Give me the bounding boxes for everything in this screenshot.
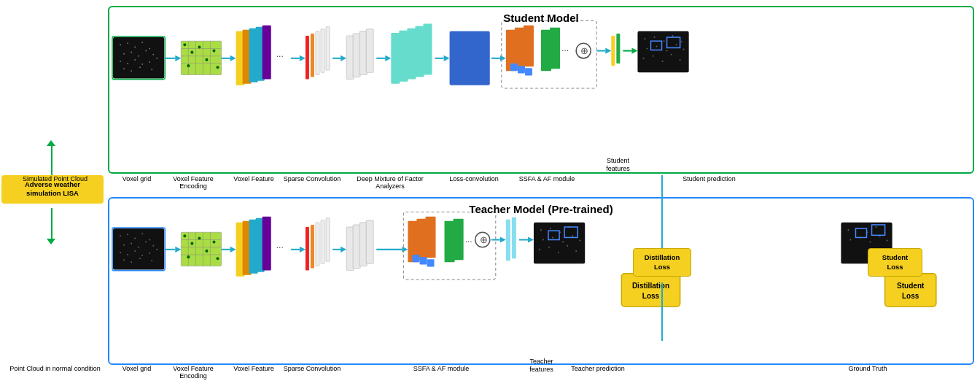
svg-point-196	[572, 235, 573, 236]
svg-point-1	[127, 42, 128, 44]
ssfa-af-s-label: SSFA & AF module	[510, 175, 583, 182]
svg-rect-48	[306, 36, 309, 80]
svg-point-90	[644, 38, 645, 39]
svg-marker-60	[385, 55, 391, 61]
svg-point-98	[676, 44, 677, 45]
svg-point-201	[567, 245, 568, 247]
svg-point-10	[120, 61, 121, 62]
arrow-to-teacher-head	[47, 239, 55, 244]
svg-text:...: ...	[276, 49, 284, 59]
svg-marker-182	[500, 236, 506, 242]
svg-point-202	[575, 250, 577, 252]
svg-text:Loss: Loss	[902, 292, 919, 300]
sparse-conv-s-label: Sparse Convolution	[283, 175, 341, 182]
svg-rect-44	[262, 26, 271, 80]
svg-point-109	[127, 234, 128, 235]
svg-rect-164	[353, 225, 360, 269]
svg-point-110	[134, 237, 136, 239]
svg-rect-63	[407, 28, 416, 80]
svg-marker-162	[341, 247, 346, 253]
svg-rect-170	[416, 219, 427, 261]
voxel-grid-s-label: Voxel grid	[113, 175, 160, 182]
voxel-feat-t-label: Voxel Feature	[232, 365, 276, 372]
svg-point-127	[151, 260, 152, 261]
svg-rect-51	[321, 29, 324, 73]
svg-rect-184	[512, 217, 516, 259]
svg-marker-186	[528, 236, 534, 242]
svg-point-7	[138, 55, 139, 57]
svg-point-142	[205, 250, 208, 253]
svg-rect-205	[621, 274, 680, 307]
student-loss-box: StudentLoss	[868, 248, 922, 277]
svg-rect-57	[359, 31, 367, 75]
svg-point-102	[662, 61, 664, 62]
svg-rect-72	[515, 28, 525, 69]
svg-point-126	[139, 258, 141, 259]
svg-rect-52	[326, 27, 330, 71]
svg-point-140	[190, 242, 193, 245]
svg-rect-49	[311, 34, 314, 77]
svg-point-116	[145, 242, 147, 243]
svg-point-114	[131, 243, 132, 244]
arrow-to-teacher	[51, 208, 52, 241]
svg-point-101	[653, 55, 654, 57]
svg-point-13	[141, 63, 143, 65]
svg-point-9	[152, 54, 154, 55]
svg-point-5	[123, 53, 125, 55]
svg-marker-67	[444, 55, 450, 61]
svg-point-108	[120, 235, 121, 236]
svg-text:...: ...	[465, 234, 472, 244]
vfe-t-label: Voxel Feature Encoding	[160, 365, 226, 380]
svg-point-193	[542, 239, 544, 240]
svg-rect-166	[366, 220, 373, 264]
svg-point-143	[212, 241, 215, 244]
svg-text:Loss: Loss	[642, 292, 660, 300]
svg-point-120	[134, 250, 136, 252]
svg-marker-47	[300, 55, 306, 61]
svg-rect-174	[412, 255, 419, 262]
svg-point-122	[149, 253, 150, 254]
student-pipeline-svg: ...	[109, 7, 973, 172]
svg-point-197	[579, 240, 580, 242]
svg-rect-175	[419, 257, 427, 264]
svg-text:Distillation: Distillation	[632, 282, 669, 290]
svg-text:⊕: ⊕	[480, 234, 488, 244]
svg-point-198	[539, 249, 540, 250]
svg-point-145	[216, 257, 219, 260]
svg-rect-77	[518, 66, 525, 73]
svg-point-118	[120, 252, 121, 253]
svg-point-37	[216, 66, 219, 69]
svg-rect-172	[445, 221, 455, 263]
svg-rect-74	[541, 30, 551, 72]
svg-rect-50	[316, 31, 319, 75]
svg-text:Student: Student	[897, 282, 925, 290]
student-model-title: Student Model	[503, 12, 578, 24]
svg-rect-55	[346, 36, 354, 80]
svg-text:⊕: ⊕	[580, 45, 588, 56]
svg-rect-73	[524, 26, 534, 67]
normal-pc-label: Point Cloud in normal condition	[6, 365, 104, 374]
svg-point-36	[187, 64, 190, 67]
svg-marker-147	[230, 247, 236, 253]
svg-point-33	[198, 45, 201, 48]
svg-point-111	[141, 233, 143, 234]
svg-rect-160	[326, 218, 330, 262]
teacher-model-box: Teacher Model (Pre-trained)	[108, 197, 974, 365]
svg-point-104	[680, 59, 681, 61]
svg-marker-84	[605, 47, 611, 53]
svg-point-8	[145, 50, 147, 52]
svg-point-17	[131, 70, 132, 72]
svg-point-219	[870, 242, 871, 243]
svg-rect-152	[262, 217, 271, 271]
svg-rect-173	[454, 219, 464, 261]
svg-rect-85	[611, 36, 615, 66]
sparse-conv-t-label: Sparse Convolution	[283, 365, 341, 372]
svg-point-113	[123, 244, 125, 246]
ssfa-af-t-label: SSFA & AF module	[405, 365, 478, 372]
dmfa-label: Deep Mixture of Factor Analyzers	[350, 175, 430, 190]
svg-rect-56	[353, 34, 360, 77]
svg-rect-61	[391, 33, 400, 84]
svg-point-6	[131, 52, 132, 53]
arrow-to-student	[51, 142, 52, 175]
svg-rect-165	[359, 223, 367, 266]
